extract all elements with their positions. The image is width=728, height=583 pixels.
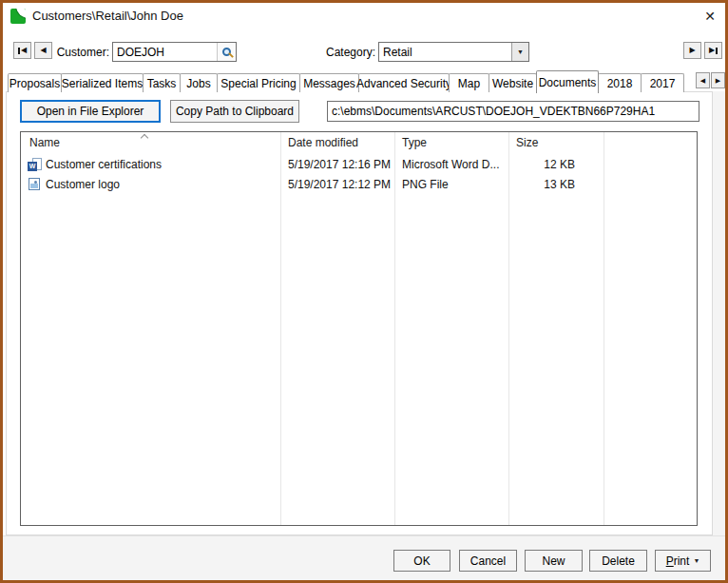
file-list: Name Date modified Type Size W Customer … [20,131,698,526]
list-header: Name Date modified Type Size [21,132,697,153]
category-label: Category: [315,46,375,59]
tab-scroll-right-icon[interactable]: ▶ [711,72,725,88]
file-date-modified: 5/19/2017 12:12 PM [288,174,393,194]
next-record-button[interactable]: ▶ [683,42,701,59]
first-record-button[interactable]: ◀ [13,42,31,59]
new-button[interactable]: New [525,550,583,572]
file-size: 12 KB [508,154,575,174]
next-record-arrow-icon: ▶ [689,47,695,54]
print-button-label: Print [666,554,690,568]
page-curl-decoration [15,9,26,19]
column-header-type[interactable]: Type [402,132,507,153]
customer-input[interactable] [113,43,217,61]
file-name: Customer logo [46,174,278,194]
tab-special-pricing[interactable]: Special Pricing [217,73,300,92]
file-row-customer-logo[interactable]: Customer logo 5/19/2017 12:12 PM PNG Fil… [21,174,697,194]
category-value: Retail [379,43,511,61]
app-icon [10,9,26,24]
document-path-input[interactable] [328,102,699,121]
file-date-modified: 5/19/2017 12:16 PM [288,154,393,174]
file-row-customer-certifications[interactable]: W Customer certifications 5/19/2017 12:1… [21,154,697,174]
category-dropdown[interactable]: Retail ▼ [378,42,529,62]
customer-lookup-button[interactable] [217,43,236,61]
tab-jobs[interactable]: Jobs [180,73,218,92]
tab-messages[interactable]: Messages [299,73,359,92]
copy-path-to-clipboard-button[interactable]: Copy Path to Clipboard [170,100,299,123]
tab-scroll-left-icon[interactable]: ◀ [696,72,710,88]
tab-advanced-security[interactable]: Advanced Security [358,73,450,92]
tab-documents[interactable]: Documents [536,70,599,93]
tab-website[interactable]: Website [489,73,537,92]
previous-record-arrow-icon: ◀ [40,47,46,54]
last-record-button[interactable]: ▶ [704,42,722,59]
document-path-box [327,101,699,122]
file-type: PNG File [402,174,507,194]
last-record-bar-icon [716,48,718,54]
column-header-date-modified[interactable]: Date modified [288,132,393,153]
first-record-bar-icon [18,48,20,54]
tab-2017[interactable]: 2017 [641,73,684,92]
title-bar: Customers\Retail\John Doe ✕ [3,3,725,29]
tab-serialized-items[interactable]: Serialized Items [61,73,144,92]
documents-tab-panel: Open in File Explorer Copy Path to Clipb… [6,91,713,535]
print-dropdown-arrow-icon: ▼ [693,557,699,564]
word-document-icon: W [28,158,42,171]
tab-2018[interactable]: 2018 [598,73,642,92]
last-record-arrow-icon: ▶ [709,47,715,54]
first-record-arrow-icon: ◀ [21,47,27,54]
file-size: 13 KB [508,174,575,194]
customer-field-box [112,42,237,62]
ok-button[interactable]: OK [393,550,450,572]
png-image-icon [28,178,42,191]
tab-strip: Proposals Serialized Items Tasks Jobs Sp… [8,69,683,92]
print-button[interactable]: Print ▼ [655,550,711,572]
right-margin [713,91,725,535]
search-icon [222,48,231,56]
cancel-button[interactable]: Cancel [459,550,517,572]
tab-tasks[interactable]: Tasks [143,73,181,92]
file-name: Customer certifications [46,154,278,174]
close-icon[interactable]: ✕ [697,3,723,29]
column-header-name[interactable]: Name [29,132,277,153]
window-title: Customers\Retail\John Doe [32,3,183,29]
tab-proposals[interactable]: Proposals [8,73,62,92]
delete-button[interactable]: Delete [589,550,647,572]
chevron-down-icon[interactable]: ▼ [511,43,528,61]
tab-map[interactable]: Map [449,73,489,92]
file-type: Microsoft Word D... [402,154,507,174]
open-in-file-explorer-button[interactable]: Open in File Explorer [20,100,161,123]
column-header-size[interactable]: Size [516,132,597,153]
customer-record-window: Customers\Retail\John Doe ✕ ◀ ◀ Customer… [0,0,728,583]
customer-label: Customer: [50,46,109,59]
